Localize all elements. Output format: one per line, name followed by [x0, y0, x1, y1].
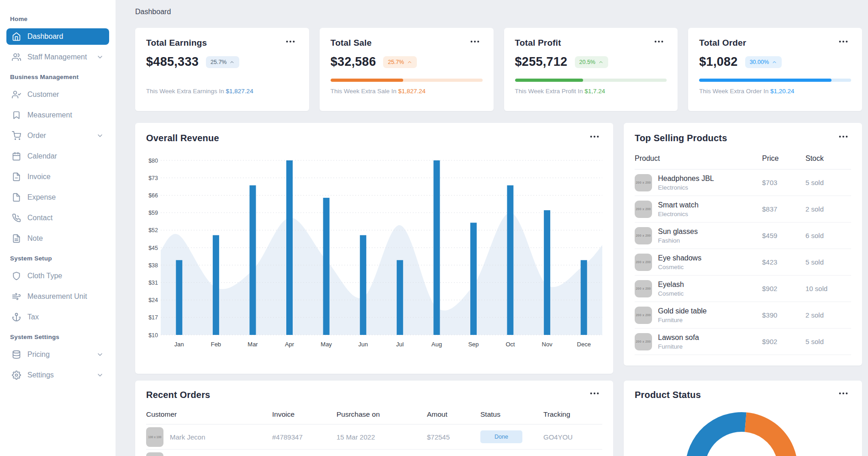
- order-customer-name: Mark Jecon: [170, 433, 205, 441]
- product-cell: 200 x 200 Gold side table Furniture: [635, 307, 762, 324]
- y-axis-tick-label: $17: [148, 314, 158, 321]
- order-amount: $72545: [427, 433, 480, 441]
- product-status-header: Product Status: [635, 390, 851, 400]
- sidebar-item-calendar[interactable]: Calendar: [6, 148, 109, 164]
- sidebar-item-measurement[interactable]: Measurement: [6, 107, 109, 123]
- order-row-partial: 100 x 100: [146, 450, 602, 456]
- order-customer-cell: 100 x 100 Mark Jecon: [146, 427, 272, 447]
- stat-card-header: Total Profit: [515, 38, 667, 48]
- trend-percent: 30.00%: [750, 59, 769, 65]
- sidebar-item-label: Tax: [27, 313, 104, 321]
- stat-card-title: Total Order: [699, 38, 746, 48]
- sidebar-item-dashboard[interactable]: Dashboard: [6, 28, 109, 45]
- orders-column-header-invoice: Invoice: [272, 410, 337, 419]
- sidebar-item-invoice[interactable]: Invoice: [6, 169, 109, 185]
- x-axis-tick-label: Jun: [358, 341, 368, 348]
- y-axis-tick-label: $59: [148, 210, 158, 216]
- stat-description-amount: $1,827.24: [226, 88, 253, 95]
- x-axis-tick-label: Apr: [285, 341, 295, 348]
- sidebar-item-expense[interactable]: Expense: [6, 189, 109, 206]
- recent-orders-header: Recent Orders: [146, 390, 602, 400]
- orders-column-header-customer: Customer: [146, 410, 272, 419]
- trend-badge: 25.7%: [206, 56, 239, 68]
- sidebar-item-label: Pricing: [27, 350, 90, 359]
- y-axis-tick-label: $52: [148, 227, 158, 233]
- sidebar-item-label: Note: [27, 234, 104, 243]
- product-cell: 200 x 200 Smart watch Electronics: [635, 201, 762, 218]
- sidebar-item-contact[interactable]: Contact: [6, 210, 109, 226]
- product-name: Sun glasses: [658, 228, 698, 236]
- more-horizontal-icon: [285, 39, 295, 44]
- card-menu-button[interactable]: [285, 38, 298, 45]
- more-horizontal-icon: [838, 391, 848, 396]
- stat-value: $485,333: [146, 55, 199, 69]
- progress-fill: [515, 79, 584, 82]
- product-text: Lawson sofa Furniture: [658, 334, 699, 350]
- stat-description-amount: $1,827.24: [398, 88, 426, 95]
- chevron-down-icon: [96, 371, 104, 379]
- card-menu-button[interactable]: [838, 133, 851, 140]
- card-menu-button[interactable]: [470, 38, 483, 45]
- y-axis-tick-label: $73: [148, 175, 158, 181]
- product-name: Smart watch: [658, 201, 699, 209]
- main-content: Dashboard Total Earnings $485,333 25.7% …: [116, 0, 868, 456]
- sidebar-item-settings[interactable]: Settings: [6, 367, 109, 383]
- card-menu-button[interactable]: [589, 133, 602, 140]
- chevron-up-icon: [772, 59, 777, 65]
- x-axis-tick-label: Feb: [211, 341, 221, 348]
- product-price: $459: [762, 232, 805, 239]
- product-row-sun-glasses: 200 x 200 Sun glasses Fashion $459 6 sol…: [635, 223, 851, 249]
- overall-revenue-header: Overall Revenue: [146, 133, 602, 143]
- sidebar-item-note[interactable]: Note: [6, 230, 109, 247]
- cart-icon: [12, 131, 21, 140]
- anchor-icon: [12, 313, 21, 322]
- card-menu-button[interactable]: [838, 38, 851, 45]
- orders-table-body: 100 x 100 Mark Jecon #4789347 15 Mar 202…: [146, 424, 602, 456]
- orders-column-header-status: Status: [480, 410, 543, 419]
- orders-column-header-tracking: Tracking: [543, 410, 602, 419]
- product-stock: 5 sold: [805, 338, 851, 345]
- stat-description-amount: $1,7.24: [584, 88, 605, 95]
- product-thumbnail: 200 x 200: [635, 280, 652, 297]
- stats-row: Total Earnings $485,333 25.7% This Week …: [135, 28, 862, 111]
- sidebar-item-staff-management[interactable]: Staff Management: [6, 49, 109, 65]
- x-axis-tick-label: Aug: [431, 341, 442, 348]
- product-text: Gold side table Furniture: [658, 307, 707, 323]
- chevron-down-icon: [96, 351, 104, 358]
- sidebar-item-tax[interactable]: Tax: [6, 309, 109, 325]
- sidebar-item-customer[interactable]: Customer: [6, 86, 109, 103]
- stat-card-header: Total Earnings: [146, 38, 298, 48]
- product-row-eyelash: 200 x 200 Eyelash Cosmetic $902 10 sold: [635, 276, 851, 302]
- sidebar-item-cloth-type[interactable]: Cloth Type: [6, 268, 109, 284]
- sidebar-item-measurement-unit[interactable]: Measurement Unit: [6, 288, 109, 305]
- product-row-eye-shadows: 200 x 200 Eye shadows Cosmetic $423 5 so…: [635, 249, 851, 276]
- card-menu-button[interactable]: [838, 390, 851, 397]
- stat-card-header: Total Order: [699, 38, 851, 48]
- sidebar-item-label: Cloth Type: [27, 272, 104, 280]
- stat-description-amount: $1,20.24: [770, 88, 794, 95]
- y-axis-tick-label: $31: [148, 280, 158, 286]
- sidebar-item-order[interactable]: Order: [6, 127, 109, 144]
- stat-card-title: Total Profit: [515, 38, 561, 48]
- order-purchase-date: 15 Mar 2022: [337, 433, 427, 441]
- sidebar-nav: Home Dashboard Staff Management Business…: [6, 16, 109, 383]
- product-category: Cosmetic: [658, 290, 684, 297]
- product-stock: 2 sold: [805, 311, 851, 319]
- sidebar-section-label: Business Management: [10, 74, 105, 80]
- y-axis-tick-label: $38: [148, 262, 158, 269]
- product-cell: 200 x 200 Eye shadows Cosmetic: [635, 254, 762, 271]
- progress-bar: [699, 79, 851, 82]
- card-menu-button[interactable]: [589, 390, 602, 397]
- product-row-gold-side-table: 200 x 200 Gold side table Furniture $390…: [635, 302, 851, 329]
- sidebar-item-label: Calendar: [27, 152, 104, 160]
- top-selling-products-card: Top Selling Products ProductPriceStock 2…: [624, 123, 862, 366]
- stat-value-row: $1,082 30.00%: [699, 55, 851, 69]
- sidebar-item-pricing[interactable]: Pricing: [6, 346, 109, 363]
- card-menu-button[interactable]: [654, 38, 667, 45]
- product-thumbnail: 200 x 200: [635, 333, 652, 350]
- product-row-smart-watch: 200 x 200 Smart watch Electronics $837 2…: [635, 196, 851, 223]
- product-price: $837: [762, 205, 805, 213]
- product-text: Eyelash Cosmetic: [658, 281, 684, 297]
- chevron-down-icon: [96, 132, 104, 139]
- product-category: Fashion: [658, 237, 698, 244]
